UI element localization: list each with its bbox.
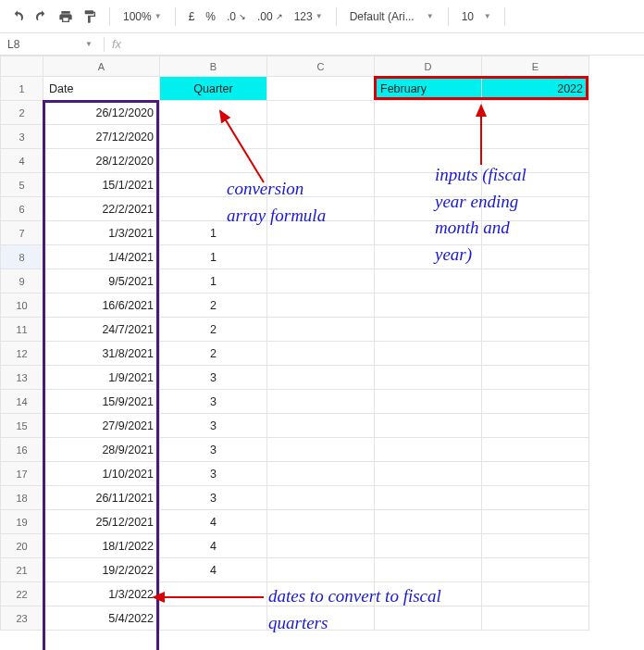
cell-B9[interactable]: 1 — [160, 269, 267, 294]
row-header-2[interactable]: 2 — [1, 101, 43, 125]
cell-A19[interactable]: 25/12/2021 — [43, 510, 160, 534]
row-header-1[interactable]: 1 — [1, 77, 43, 101]
cell-E5[interactable] — [482, 173, 589, 197]
cell-C1[interactable] — [267, 77, 375, 101]
select-all-corner[interactable] — [1, 56, 43, 77]
cell-D2[interactable] — [375, 101, 482, 125]
cell-A6[interactable]: 22/2/2021 — [43, 197, 160, 221]
undo-icon[interactable] — [7, 6, 28, 27]
cell-E4[interactable] — [482, 149, 589, 173]
cell-A8[interactable]: 1/4/2021 — [43, 245, 160, 269]
cell-C8[interactable] — [267, 245, 375, 269]
cell-A13[interactable]: 1/9/2021 — [43, 366, 160, 390]
cell-E1[interactable]: 2022 — [482, 77, 589, 101]
cell-D10[interactable] — [375, 294, 482, 318]
cell-C14[interactable] — [267, 390, 375, 414]
cell-E18[interactable] — [482, 486, 589, 510]
cell-B18[interactable]: 3 — [160, 486, 267, 510]
cell-A2[interactable]: 26/12/2020 — [43, 101, 160, 125]
cell-D16[interactable] — [375, 438, 482, 462]
cell-B22[interactable] — [160, 582, 267, 606]
cell-D20[interactable] — [375, 534, 482, 558]
cell-D12[interactable] — [375, 342, 482, 366]
row-header-3[interactable]: 3 — [1, 125, 43, 149]
cell-B6[interactable] — [160, 197, 267, 221]
zoom-dropdown[interactable]: 100% ▼ — [119, 10, 166, 23]
row-header-23[interactable]: 23 — [1, 606, 43, 631]
cell-E16[interactable] — [482, 438, 589, 462]
cell-C13[interactable] — [267, 366, 375, 390]
cell-D13[interactable] — [375, 366, 482, 390]
cell-D4[interactable] — [375, 149, 482, 173]
cell-E23[interactable] — [482, 606, 589, 631]
cell-E22[interactable] — [482, 582, 589, 606]
cell-B13[interactable]: 3 — [160, 366, 267, 390]
row-header-21[interactable]: 21 — [1, 558, 43, 582]
cell-E10[interactable] — [482, 294, 589, 318]
increase-decimal-button[interactable]: .00↗ — [254, 10, 287, 23]
cell-B15[interactable]: 3 — [160, 414, 267, 438]
cell-C23[interactable] — [267, 606, 375, 631]
print-icon[interactable] — [56, 6, 76, 27]
row-header-16[interactable]: 16 — [1, 438, 43, 462]
cell-C5[interactable] — [267, 173, 375, 197]
cell-C19[interactable] — [267, 510, 375, 534]
cell-C20[interactable] — [267, 534, 375, 558]
cell-E6[interactable] — [482, 197, 589, 221]
cell-D9[interactable] — [375, 269, 482, 294]
cell-A1[interactable]: Date — [43, 77, 160, 101]
row-header-9[interactable]: 9 — [1, 269, 43, 294]
cell-B5[interactable] — [160, 173, 267, 197]
cell-C15[interactable] — [267, 414, 375, 438]
cell-E12[interactable] — [482, 342, 589, 366]
cell-C3[interactable] — [267, 125, 375, 149]
cell-A3[interactable]: 27/12/2020 — [43, 125, 160, 149]
font-dropdown[interactable]: Default (Ari... ▼ — [346, 10, 439, 23]
column-header-C[interactable]: C — [267, 56, 375, 77]
row-header-7[interactable]: 7 — [1, 221, 43, 245]
cell-E3[interactable] — [482, 125, 589, 149]
cell-D18[interactable] — [375, 486, 482, 510]
cell-B8[interactable]: 1 — [160, 245, 267, 269]
cell-B14[interactable]: 3 — [160, 390, 267, 414]
cell-E17[interactable] — [482, 462, 589, 486]
cell-B7[interactable]: 1 — [160, 221, 267, 245]
cell-D8[interactable] — [375, 245, 482, 269]
cell-E21[interactable] — [482, 558, 589, 582]
paint-format-icon[interactable] — [80, 6, 100, 27]
cell-E19[interactable] — [482, 510, 589, 534]
row-header-14[interactable]: 14 — [1, 390, 43, 414]
row-header-12[interactable]: 12 — [1, 342, 43, 366]
cell-C6[interactable] — [267, 197, 375, 221]
cell-C4[interactable] — [267, 149, 375, 173]
cell-D1[interactable]: February — [375, 77, 482, 101]
cell-C2[interactable] — [267, 101, 375, 125]
cell-C18[interactable] — [267, 486, 375, 510]
cell-B17[interactable]: 3 — [160, 462, 267, 486]
row-header-6[interactable]: 6 — [1, 197, 43, 221]
cell-C7[interactable] — [267, 221, 375, 245]
row-header-17[interactable]: 17 — [1, 462, 43, 486]
cell-B21[interactable]: 4 — [160, 558, 267, 582]
cell-A7[interactable]: 1/3/2021 — [43, 221, 160, 245]
cell-D17[interactable] — [375, 462, 482, 486]
cell-A11[interactable]: 24/7/2021 — [43, 318, 160, 342]
cell-E9[interactable] — [482, 269, 589, 294]
cell-A17[interactable]: 1/10/2021 — [43, 462, 160, 486]
cell-C17[interactable] — [267, 462, 375, 486]
cell-D7[interactable] — [375, 221, 482, 245]
redo-icon[interactable] — [31, 6, 52, 27]
cell-A23[interactable]: 5/4/2022 — [43, 606, 160, 631]
name-box[interactable]: L8 ▼ — [7, 38, 96, 51]
cell-B11[interactable]: 2 — [160, 318, 267, 342]
cell-E13[interactable] — [482, 366, 589, 390]
column-header-D[interactable]: D — [375, 56, 482, 77]
cell-B16[interactable]: 3 — [160, 438, 267, 462]
cell-E11[interactable] — [482, 318, 589, 342]
cell-E15[interactable] — [482, 414, 589, 438]
cell-E7[interactable] — [482, 221, 589, 245]
cell-A21[interactable]: 19/2/2022 — [43, 558, 160, 582]
cell-E14[interactable] — [482, 390, 589, 414]
row-header-10[interactable]: 10 — [1, 294, 43, 318]
column-header-B[interactable]: B — [160, 56, 267, 77]
